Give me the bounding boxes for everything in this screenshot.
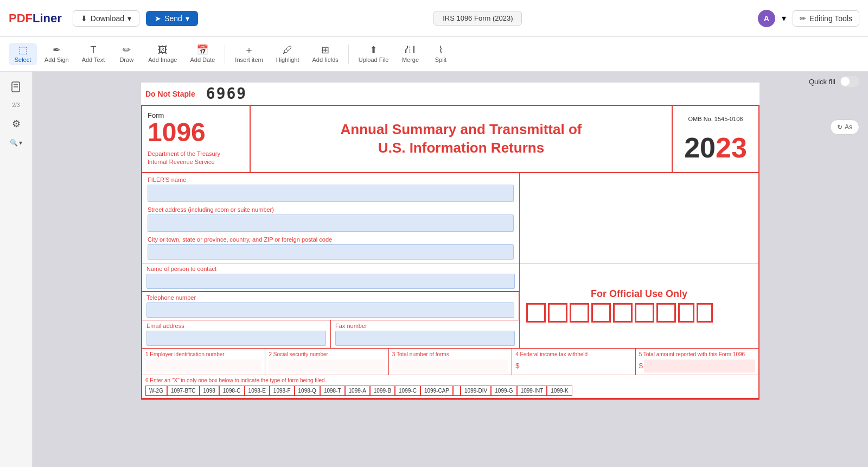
email-label: Email address bbox=[146, 323, 326, 329]
type-box-item[interactable] bbox=[453, 386, 461, 396]
field5-input[interactable] bbox=[644, 359, 755, 373]
avatar-initial: A bbox=[764, 14, 769, 23]
type-box-item[interactable]: 1099-B bbox=[370, 386, 395, 396]
header-center: IRS 1096 Form (2023) bbox=[205, 11, 751, 26]
type-section: 6 Enter an "X" in only one box below to … bbox=[142, 375, 758, 399]
sidebar-settings-icon[interactable]: ⚙ bbox=[5, 113, 27, 135]
app-logo: PDFLiner bbox=[9, 11, 62, 26]
add-sign-icon: ✒ bbox=[53, 45, 61, 55]
fax-input[interactable] bbox=[335, 331, 515, 346]
field2-label: 2 Social security number bbox=[269, 351, 385, 358]
add-date-label: Add Date bbox=[190, 56, 215, 63]
type-box-item[interactable]: 1098-C bbox=[219, 386, 245, 396]
avatar-chevron-icon[interactable]: ▾ bbox=[782, 13, 786, 23]
download-icon: ⬇ bbox=[81, 14, 87, 23]
field3-input[interactable] bbox=[392, 359, 508, 373]
merge-label: Merge bbox=[402, 56, 419, 63]
field2-input[interactable] bbox=[269, 359, 385, 373]
type-box-item[interactable]: 1099-INT bbox=[517, 386, 547, 396]
editing-tools-label: Editing Tools bbox=[809, 14, 852, 23]
split-icon: ⌇ bbox=[438, 45, 443, 55]
field1-input[interactable] bbox=[145, 359, 261, 373]
ai-refresh-icon: ↻ bbox=[837, 123, 843, 131]
year-part1: 20 bbox=[684, 132, 716, 163]
highlight-icon: 🖊 bbox=[283, 45, 292, 55]
filer-section: FILER'S name Street address (including r… bbox=[142, 173, 758, 263]
quick-fill-toggle[interactable] bbox=[840, 76, 859, 87]
logo-pdf-text: PDF bbox=[9, 11, 33, 26]
official-square-6 bbox=[635, 303, 654, 323]
type-box-item[interactable]: 1099-CAP bbox=[420, 386, 453, 396]
add-fields-label: Add fields bbox=[312, 56, 339, 63]
tool-add-date[interactable]: 📅 Add Date bbox=[184, 43, 220, 65]
ai-assistant-button[interactable]: ↻ As bbox=[830, 119, 859, 135]
download-button[interactable]: ⬇ Download ▾ bbox=[73, 10, 139, 27]
split-label: Split bbox=[435, 56, 446, 63]
filer-name-input[interactable] bbox=[148, 185, 514, 202]
insert-item-icon: ＋ bbox=[244, 45, 254, 55]
main-title-line2: U.S. Information Returns bbox=[341, 139, 582, 157]
street-address-label: Street address (including room or suite … bbox=[148, 206, 514, 213]
type-box-item[interactable]: 1099-G bbox=[491, 386, 516, 396]
add-date-icon: 📅 bbox=[196, 45, 208, 55]
toolbar: ⬚ Select ✒ Add Sign T Add Text ✏ Draw 🖼 … bbox=[0, 37, 868, 72]
official-square-small-1 bbox=[678, 303, 694, 323]
avatar[interactable]: A bbox=[758, 10, 775, 27]
type-box-item[interactable]: W-2G bbox=[145, 386, 167, 396]
logo-liner-text: Liner bbox=[33, 11, 62, 26]
contact-name-input[interactable] bbox=[146, 274, 515, 289]
send-button[interactable]: ➤ Send ▾ bbox=[146, 11, 198, 26]
type-box-item[interactable]: 1097-BTC bbox=[167, 386, 200, 396]
field2-cell: 2 Social security number bbox=[265, 349, 388, 375]
form-top-right: OMB No. 1545-0108 2023 bbox=[672, 106, 758, 172]
upload-file-label: Upload File bbox=[359, 56, 389, 63]
street-address-input[interactable] bbox=[148, 214, 514, 232]
draw-label: Draw bbox=[119, 56, 133, 63]
do-not-staple-row: Do Not Staple 6969 bbox=[141, 83, 760, 105]
type-box-item[interactable]: 1098-F bbox=[270, 386, 295, 396]
official-square-5 bbox=[613, 303, 633, 323]
main-title-line1: Annual Summary and Transmittal of bbox=[341, 121, 582, 139]
filer-right bbox=[520, 173, 758, 263]
tool-merge[interactable]: ⛙ Merge bbox=[396, 43, 424, 65]
type-box-item[interactable]: 1099-DIV bbox=[461, 386, 491, 396]
tool-draw[interactable]: ✏ Draw bbox=[112, 43, 141, 65]
field4-input[interactable] bbox=[520, 359, 631, 373]
tool-add-text[interactable]: T Add Text bbox=[76, 43, 111, 65]
tool-upload-file[interactable]: ⬆ Upload File bbox=[353, 43, 394, 65]
tool-add-sign[interactable]: ✒ Add Sign bbox=[39, 43, 74, 65]
editing-tools-button[interactable]: ✏ Editing Tools bbox=[793, 10, 859, 27]
telephone-input[interactable] bbox=[146, 302, 514, 318]
dept-line2: Internal Revenue Service bbox=[148, 158, 244, 166]
type-box-item[interactable]: 1098-T bbox=[320, 386, 345, 396]
tool-add-fields[interactable]: ⊞ Add fields bbox=[307, 43, 344, 65]
tool-insert-item[interactable]: ＋ Insert item bbox=[229, 43, 268, 65]
year-display: 2023 bbox=[684, 134, 747, 162]
tool-highlight[interactable]: 🖊 Highlight bbox=[271, 43, 305, 65]
type-box-item[interactable]: 1099-C bbox=[395, 386, 420, 396]
type-box-item[interactable]: 1098-E bbox=[245, 386, 270, 396]
email-input[interactable] bbox=[146, 331, 326, 346]
quick-fill-bar: Quick fill bbox=[800, 72, 868, 91]
toolbar-divider-1 bbox=[225, 45, 225, 64]
fax-cell: Fax number bbox=[331, 320, 519, 348]
filer-main: FILER'S name Street address (including r… bbox=[142, 173, 520, 263]
type-label: 6 Enter an "X" in only one box below to … bbox=[145, 377, 755, 383]
toolbar-divider-2 bbox=[348, 45, 349, 64]
type-box-item[interactable]: 1098 bbox=[200, 386, 219, 396]
type-box-item[interactable]: 1099-K bbox=[547, 386, 572, 396]
ai-label: As bbox=[845, 123, 852, 131]
form-main-title: Annual Summary and Transmittal of U.S. I… bbox=[341, 121, 582, 157]
type-box-item[interactable]: 1099-A bbox=[345, 386, 370, 396]
tool-select[interactable]: ⬚ Select bbox=[9, 43, 37, 65]
tool-split[interactable]: ⌇ Split bbox=[426, 43, 455, 65]
official-square-2 bbox=[548, 303, 567, 323]
contact-left: Name of person to contact Telephone numb… bbox=[142, 263, 520, 348]
do-not-staple-text: Do Not Staple bbox=[145, 90, 195, 98]
type-box-item[interactable]: 1098-Q bbox=[295, 386, 320, 396]
city-input[interactable] bbox=[148, 244, 514, 260]
tool-add-image[interactable]: 🖼 Add Image bbox=[143, 43, 182, 65]
select-icon: ⬚ bbox=[18, 45, 28, 55]
sidebar-zoom[interactable]: 🔍 ▾ bbox=[10, 139, 22, 147]
sidebar-pages-icon[interactable] bbox=[5, 76, 27, 98]
